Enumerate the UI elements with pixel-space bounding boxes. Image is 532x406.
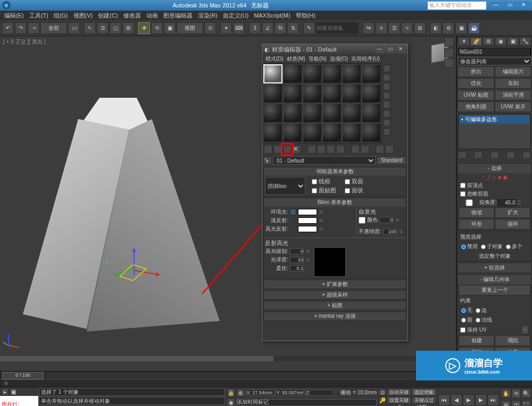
selfillum-map-button[interactable]	[395, 217, 400, 223]
script-listener[interactable]: 所在行:	[0, 396, 38, 406]
border-subobj-icon[interactable]: ◇	[492, 174, 496, 180]
keyboard-shortcut-icon[interactable]: ⌨	[233, 22, 245, 34]
material-slot-10[interactable]	[322, 84, 342, 103]
matdlg-maximize-button[interactable]: ▭	[385, 46, 395, 53]
ring-button[interactable]: 环形	[459, 219, 494, 230]
y-coord-input[interactable]	[276, 390, 304, 396]
sample-uv-icon[interactable]	[383, 92, 390, 99]
maximize-viewport-icon[interactable]: ⛶	[521, 400, 531, 406]
link-icon[interactable]: ⇢	[28, 22, 39, 34]
constraint-face-radio[interactable]	[461, 318, 466, 323]
help-search-input[interactable]: 输入关键字或短语	[428, 2, 486, 10]
close-button[interactable]: ✕	[517, 2, 530, 9]
pick-material-icon[interactable]: ↘	[263, 156, 272, 165]
by-angle-checkbox[interactable]	[460, 199, 478, 206]
menu-grapheditors[interactable]: 图形编辑器	[161, 12, 195, 20]
maximize-button[interactable]: ▭	[503, 2, 516, 9]
curve-editor-icon[interactable]: ∿	[401, 22, 413, 34]
material-id-icon[interactable]	[336, 145, 345, 154]
zoom-icon[interactable]: 🔍	[521, 388, 531, 398]
matdlg-menu-utilities[interactable]: 实用程序(U)	[350, 55, 381, 63]
angle-snap-icon[interactable]: ∠	[262, 22, 273, 34]
matdlg-menu-material[interactable]: 材质(M)	[286, 55, 306, 63]
minimize-button[interactable]: —	[489, 2, 502, 9]
trackbar-toggle-icon[interactable]: ⊞	[4, 381, 8, 386]
key-filters-button[interactable]: 关键点过滤器...	[412, 396, 436, 404]
manipulate-icon[interactable]: ✦	[220, 22, 232, 34]
x-coord-input[interactable]	[246, 390, 275, 396]
z-coord-input[interactable]	[305, 390, 334, 396]
scale-icon[interactable]: ▣	[164, 22, 176, 34]
render-frame-icon[interactable]: ▣	[455, 22, 467, 34]
modifier-stack[interactable]: ▪可编辑多边形	[458, 114, 531, 149]
menu-edit[interactable]: 编辑(E)	[2, 12, 26, 20]
menu-tools[interactable]: 工具(T)	[27, 12, 51, 20]
supersampling-header[interactable]: + 超级采样	[264, 291, 406, 299]
material-slot-13[interactable]	[263, 104, 282, 123]
spec-level-spinner[interactable]	[290, 248, 304, 255]
show-map-icon[interactable]	[351, 145, 360, 154]
collapse-button[interactable]: 塌陷	[495, 335, 530, 346]
backlight-icon[interactable]	[383, 74, 390, 81]
viewcube-home-icon[interactable]	[444, 48, 454, 57]
assign-material-icon[interactable]	[283, 145, 292, 154]
matdlg-menu-modes[interactable]: 模式(D)	[264, 55, 285, 63]
grow-button[interactable]: 扩大	[495, 207, 530, 218]
display-tab-icon[interactable]: ▣	[507, 37, 519, 46]
material-slot-9[interactable]	[303, 84, 322, 103]
material-slot-24[interactable]	[362, 123, 381, 142]
isolate-icon[interactable]: ◉	[227, 398, 235, 406]
material-name-dropdown[interactable]: 01 - Default	[273, 156, 376, 165]
select-region-icon[interactable]: ◻	[110, 22, 121, 34]
motion-tab-icon[interactable]: ◉	[495, 37, 506, 46]
constraint-none-radio[interactable]	[461, 308, 466, 313]
show-end-result-mat-icon[interactable]	[361, 145, 369, 154]
undo-icon[interactable]: ↶	[2, 22, 14, 34]
put-to-scene-icon[interactable]	[273, 145, 282, 154]
selection-lock-icon[interactable]: 🔒	[227, 388, 235, 397]
window-crossing-icon[interactable]: ⊞	[122, 22, 134, 34]
wire-checkbox[interactable]	[312, 179, 317, 184]
facet-checkbox[interactable]	[345, 188, 350, 193]
chamfer-button[interactable]: 倒角剖面	[458, 102, 494, 112]
stack-item-editablepoly[interactable]: ▪可编辑多边形	[460, 115, 529, 124]
by-angle-spinner[interactable]	[498, 199, 516, 206]
scene-object-ngon[interactable]	[21, 89, 218, 334]
shader-dropdown[interactable]: (B)Blinn	[265, 177, 305, 195]
selection-rollout-header[interactable]: - 选择	[458, 164, 531, 173]
listener-icon[interactable]: ▣	[10, 388, 17, 395]
material-slot-17[interactable]	[342, 104, 361, 123]
modify-tab-icon[interactable]: 🌈	[470, 37, 482, 46]
set-key-icon[interactable]: ⊙	[379, 388, 386, 396]
object-color-swatch[interactable]	[530, 48, 531, 55]
hierarchy-tab-icon[interactable]: ⊞	[483, 37, 494, 46]
editgeom-rollout-header[interactable]: - 编辑几何体	[458, 275, 531, 284]
make-unique-icon[interactable]	[491, 151, 499, 159]
edit-selection-set-icon[interactable]: ✎	[303, 22, 315, 34]
material-slot-12[interactable]	[362, 84, 381, 103]
next-frame-icon[interactable]: ▶	[475, 394, 487, 406]
goto-start-icon[interactable]: ⏮	[438, 394, 450, 406]
percent-snap-icon[interactable]: %	[275, 22, 286, 34]
video-color-icon[interactable]	[383, 101, 390, 108]
edge-subobj-icon[interactable]: ╱	[487, 174, 491, 180]
maps-header[interactable]: + 贴图	[264, 301, 406, 310]
mirror-icon[interactable]: ⇋	[363, 22, 375, 34]
menu-animation[interactable]: 动画	[144, 12, 160, 20]
shader-params-header[interactable]: 明暗器基本参数	[264, 167, 406, 176]
matdlg-minimize-button[interactable]: —	[375, 46, 384, 53]
material-slot-6[interactable]	[362, 64, 381, 83]
opacity-spinner[interactable]	[383, 229, 397, 235]
optimize-button[interactable]: 优化	[458, 78, 494, 89]
ambient-color-swatch[interactable]	[298, 209, 317, 215]
extended-params-header[interactable]: + 扩展参数	[264, 280, 406, 289]
polygon-subobj-icon[interactable]: ■	[498, 174, 501, 180]
lathe-button[interactable]: 车削	[495, 78, 531, 89]
material-slot-20[interactable]	[283, 123, 302, 142]
material-slot-19[interactable]	[263, 123, 282, 142]
create-button[interactable]: 创建	[459, 335, 494, 346]
material-slot-1[interactable]	[263, 64, 282, 83]
preserve-uv-settings-button[interactable]: ▫	[521, 325, 529, 334]
gloss-map-button[interactable]	[305, 257, 311, 263]
material-slot-18[interactable]	[362, 104, 381, 123]
